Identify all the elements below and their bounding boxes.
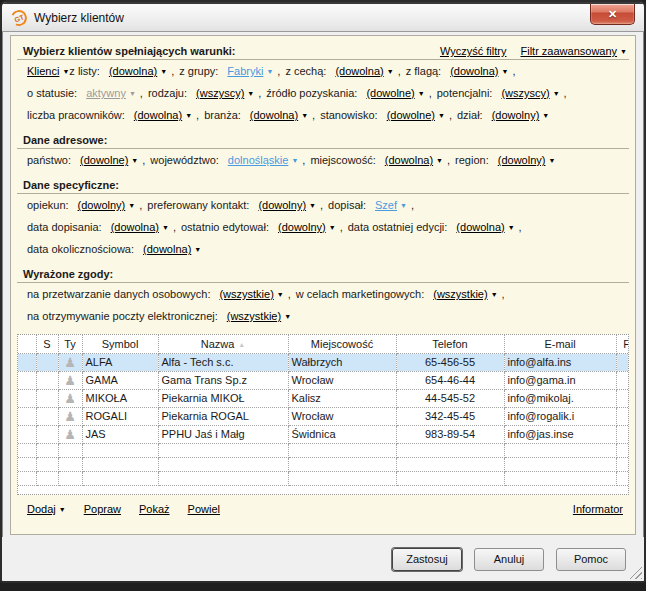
table-cell (36, 371, 58, 389)
filter-value-link[interactable]: Szef▼ (375, 199, 407, 211)
dodaj-link[interactable]: Dodaj▼ (27, 503, 66, 515)
filter-value-link[interactable]: (wszystkie)▼ (433, 288, 497, 300)
column-header[interactable]: Telefon (396, 335, 504, 353)
clients-table[interactable]: STySymbolNazwa▲MiejscowośćTelefonE-mailF… (17, 334, 629, 495)
filter-label: dopisał: (328, 199, 366, 211)
filter-value-link[interactable]: dolnośląskie▼ (228, 154, 298, 166)
table-row[interactable]: ♟MIKOŁAPiekarnia MIKOŁKalisz44-545-52inf… (18, 389, 629, 407)
column-header[interactable]: Ty (58, 335, 82, 353)
table-cell (616, 443, 629, 457)
table-cell (616, 389, 629, 407)
table-cell: ♟ (58, 353, 82, 371)
table-cell (36, 407, 58, 425)
table-row-empty (18, 457, 629, 471)
filter-label: z grupy: (179, 65, 218, 77)
column-header[interactable]: S (36, 335, 58, 353)
pokaż-link[interactable]: Pokaż (139, 503, 170, 515)
filter-value-link[interactable]: (dowolny)▼ (278, 221, 336, 233)
chevron-down-icon: ▼ (291, 154, 298, 168)
filter-value-link[interactable]: (dowolna)▼ (109, 65, 167, 77)
header-links: Wyczyść filtry Filtr zaawansowany▼ (440, 45, 627, 57)
separator-comma: , (340, 221, 343, 233)
filter-value-link[interactable]: (dowolna)▼ (250, 109, 308, 121)
table-cell (18, 471, 36, 485)
chevron-down-icon: ▼ (194, 243, 201, 257)
table-cell (158, 457, 288, 471)
filter-label: potencjalni: (437, 87, 493, 99)
filter-value-link[interactable]: (dowolna)▼ (385, 154, 443, 166)
table-cell (504, 457, 616, 471)
filter-value-link[interactable]: (dowolna)▼ (450, 65, 508, 77)
filter-value-link[interactable]: (dowolny)▼ (78, 199, 136, 211)
filter-value-link[interactable]: (dowolny)▼ (498, 154, 556, 166)
chevron-down-icon: ▼ (185, 109, 192, 123)
filter-value-link[interactable]: (wszyscy)▼ (196, 87, 254, 99)
filter-value-link[interactable]: aktywny▼ (86, 87, 136, 99)
separator-comma: , (258, 87, 261, 99)
filter-value-link[interactable]: (dowolna)▼ (134, 109, 192, 121)
filter-value-link[interactable]: (dowolna)▼ (456, 221, 514, 233)
table-cell (288, 443, 396, 457)
table-row[interactable]: ♟GAMAGama Trans Sp.zWrocław654-46-44info… (18, 371, 629, 389)
column-header[interactable]: Miejscowość (288, 335, 396, 353)
table-cell: ♟ (58, 425, 82, 443)
table-row[interactable]: ♟JASPPHU Jaś i MałgŚwidnica983-89-54info… (18, 425, 629, 443)
filter-value-link[interactable]: (dowolna)▼ (111, 221, 169, 233)
filter-value-link[interactable]: (wszystkie)▼ (219, 288, 283, 300)
filter-label: państwo: (27, 154, 71, 166)
column-header[interactable]: F (616, 335, 629, 353)
table-cell: ALFA (82, 353, 158, 371)
informator-link[interactable]: Informator (573, 503, 623, 515)
advanced-filter-link[interactable]: Filtr zaawansowany▼ (520, 45, 627, 57)
pomoc-button[interactable]: Pomoc (556, 548, 626, 571)
chevron-down-icon: ▼ (501, 65, 508, 79)
separator-comma: , (312, 109, 315, 121)
filter-value-link[interactable]: (dowolne)▼ (387, 109, 445, 121)
table-cell (616, 353, 629, 371)
column-header[interactable] (18, 335, 36, 353)
filter-value-link[interactable]: (dowolna)▼ (335, 65, 393, 77)
filter-value-link[interactable]: (dowolna)▼ (143, 243, 201, 255)
table-cell: Kalisz (288, 389, 396, 407)
close-button[interactable]: ✕ (590, 4, 635, 25)
table-cell: ♟ (58, 407, 82, 425)
section-title: Wyrażone zgody: (17, 262, 629, 283)
filter-row: liczba pracowników:(dowolna)▼,branża:(do… (17, 104, 629, 126)
table-cell: info@alfa.ins (504, 353, 616, 371)
table-cell (158, 471, 288, 485)
table-cell: 44-545-52 (396, 389, 504, 407)
column-header[interactable]: Symbol (82, 335, 158, 353)
separator-comma: , (277, 65, 280, 77)
separator-comma: , (411, 199, 414, 211)
anuluj-button[interactable]: Anuluj (474, 548, 544, 571)
filter-label: branża: (204, 109, 241, 121)
title-bar[interactable]: GT Wybierz klientów ✕ (2, 2, 644, 32)
filter-value-link[interactable]: (dowolne)▼ (80, 154, 138, 166)
filter-value-link[interactable]: Fabryki▼ (227, 65, 273, 77)
table-cell: Świdnica (288, 425, 396, 443)
table-row-empty (18, 471, 629, 485)
filter-label: data okolicznościowa: (27, 243, 134, 255)
filter-value-link[interactable]: (wszyscy)▼ (501, 87, 559, 99)
table-row[interactable]: ♟ALFAAlfa - Tech s.c.Wałbrzych65-456-55i… (18, 353, 629, 371)
zastosuj-button[interactable]: Zastosuj (392, 548, 462, 571)
separator-comma: , (139, 199, 142, 211)
column-header[interactable]: E-mail (504, 335, 616, 353)
popraw-link[interactable]: Popraw (84, 503, 121, 515)
filter-value-link[interactable]: Klienci▼ (27, 65, 69, 77)
column-header[interactable]: Nazwa▲ (158, 335, 288, 353)
filter-label: region: (455, 154, 489, 166)
filter-value-link[interactable]: (wszystkie)▼ (227, 310, 291, 322)
powiel-link[interactable]: Powiel (188, 503, 220, 515)
chevron-down-icon: ▼ (508, 221, 515, 235)
filter-label: o statusie: (27, 87, 77, 99)
table-cell: 65-456-55 (396, 353, 504, 371)
clear-filters-link[interactable]: Wyczyść filtry (440, 45, 507, 57)
filter-value-link[interactable]: (dowolne)▼ (366, 87, 424, 99)
chevron-down-icon: ▼ (329, 221, 336, 235)
table-row[interactable]: ♟ROGALIPiekarnia ROGALWrocław342-45-45in… (18, 407, 629, 425)
filter-label: na przetwarzanie danych osobowych: (27, 288, 210, 300)
table-cell (616, 425, 629, 443)
filter-value-link[interactable]: (dowolny)▼ (492, 109, 550, 121)
filter-value-link[interactable]: (dowolny)▼ (258, 199, 316, 211)
